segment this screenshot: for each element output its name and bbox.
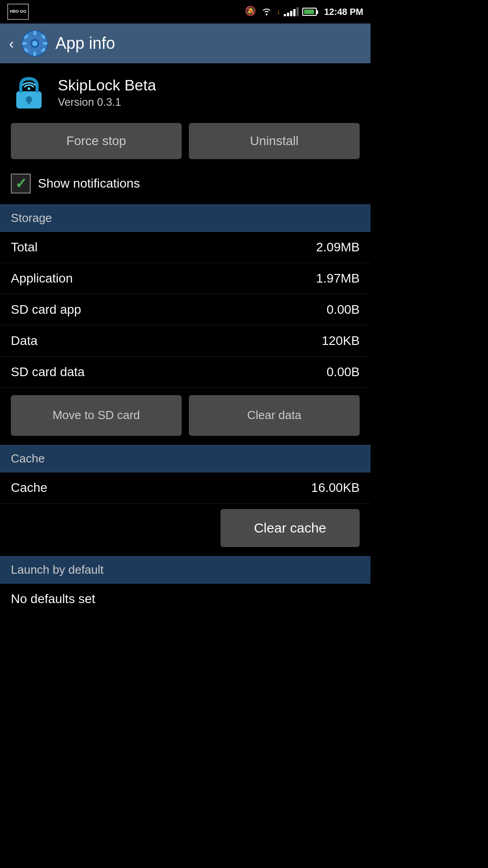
status-time: 12:48 PM: [324, 7, 363, 17]
app-info-text: SkipLock Beta Version 0.3.1: [58, 76, 156, 108]
storage-total-row: Total 2.09MB: [0, 232, 371, 263]
svg-rect-7: [22, 42, 27, 45]
svg-point-4: [32, 41, 38, 46]
app-header: SkipLock Beta Version 0.3.1: [0, 63, 371, 119]
storage-sdcard-app-value: 0.00B: [327, 302, 360, 317]
storage-buttons-row: Move to SD card Clear data: [0, 388, 371, 445]
hbo-logo: HBO GO: [7, 4, 29, 20]
back-button[interactable]: ‹: [9, 35, 14, 52]
storage-application-label: Application: [11, 271, 73, 286]
svg-point-16: [28, 87, 30, 90]
cache-value: 16.00KB: [311, 481, 360, 495]
storage-sdcard-data-label: SD card data: [11, 365, 84, 379]
storage-application-value: 1.97MB: [316, 271, 360, 286]
notifications-row: ✓ Show notifications: [0, 168, 371, 204]
storage-section-header: Storage: [0, 204, 371, 232]
storage-data-label: Data: [11, 334, 38, 348]
cache-label: Cache: [11, 481, 47, 495]
svg-point-1: [266, 14, 267, 15]
storage-data-value: 120KB: [322, 334, 360, 348]
storage-sdcard-data-value: 0.00B: [327, 365, 360, 379]
cache-section-header: Cache: [0, 445, 371, 472]
app-version: Version 0.3.1: [58, 96, 156, 108]
battery-icon: [302, 8, 317, 16]
page-title: App info: [56, 34, 115, 53]
storage-application-row: Application 1.97MB: [0, 263, 371, 294]
clear-cache-button[interactable]: Clear cache: [221, 509, 360, 547]
force-stop-button[interactable]: Force stop: [11, 123, 182, 159]
storage-total-label: Total: [11, 240, 38, 255]
svg-rect-8: [43, 42, 47, 45]
notifications-checkbox[interactable]: ✓: [11, 174, 31, 193]
wifi-icon: [260, 6, 273, 18]
launch-default-section-header: Launch by default: [0, 556, 371, 584]
cache-row: Cache 16.00KB: [0, 472, 371, 504]
move-to-sd-button[interactable]: Move to SD card: [11, 395, 182, 436]
app-bar: ‹ App info: [0, 24, 371, 63]
no-defaults-row: No defaults set: [0, 584, 371, 614]
svg-rect-5: [33, 31, 36, 35]
app-name: SkipLock Beta: [58, 76, 156, 94]
action-buttons-row: Force stop Uninstall: [0, 119, 371, 168]
storage-total-value: 2.09MB: [316, 240, 360, 255]
storage-sdcard-data-row: SD card data 0.00B: [0, 357, 371, 388]
content-area: SkipLock Beta Version 0.3.1 Force stop U…: [0, 63, 371, 614]
app-icon: [11, 74, 47, 110]
mute-icon: 🔕: [245, 6, 257, 18]
clear-data-button[interactable]: Clear data: [189, 395, 360, 436]
download-arrow-icon: ↓: [277, 8, 280, 16]
storage-sdcard-app-row: SD card app 0.00B: [0, 294, 371, 326]
no-defaults-text: No defaults set: [11, 592, 95, 606]
status-bar-left: HBO GO: [7, 4, 29, 20]
svg-text:🔕: 🔕: [245, 6, 256, 16]
svg-rect-15: [28, 99, 30, 104]
svg-rect-6: [33, 52, 36, 56]
notifications-label: Show notifications: [38, 176, 140, 191]
status-bar-right: 🔕 ↓ 12:48 PM: [245, 6, 363, 18]
storage-sdcard-app-label: SD card app: [11, 302, 81, 317]
uninstall-button[interactable]: Uninstall: [189, 123, 360, 159]
checkmark-icon: ✓: [15, 176, 27, 191]
cache-button-row: Clear cache: [0, 504, 371, 556]
storage-data-row: Data 120KB: [0, 326, 371, 357]
signal-bars-icon: [284, 7, 299, 16]
settings-gear-icon: [21, 30, 48, 57]
status-bar: HBO GO 🔕 ↓: [0, 0, 371, 24]
